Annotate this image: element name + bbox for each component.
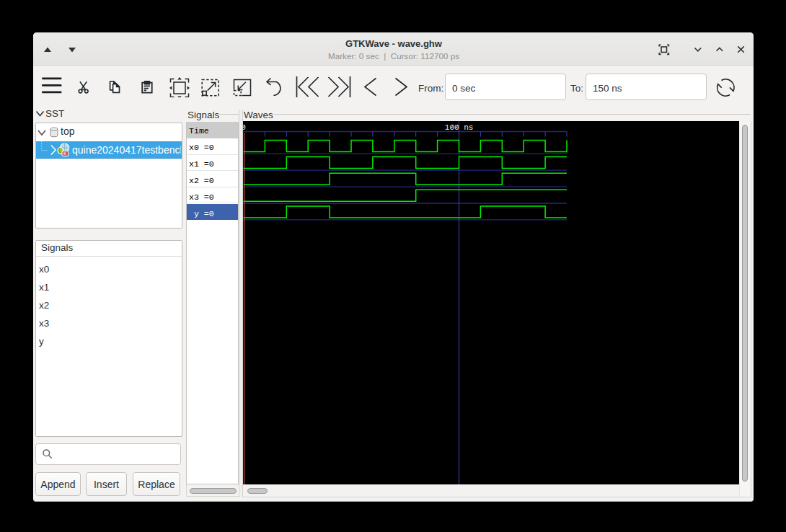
- svg-text:0: 0: [243, 123, 246, 132]
- svg-text:100 ns: 100 ns: [445, 123, 474, 132]
